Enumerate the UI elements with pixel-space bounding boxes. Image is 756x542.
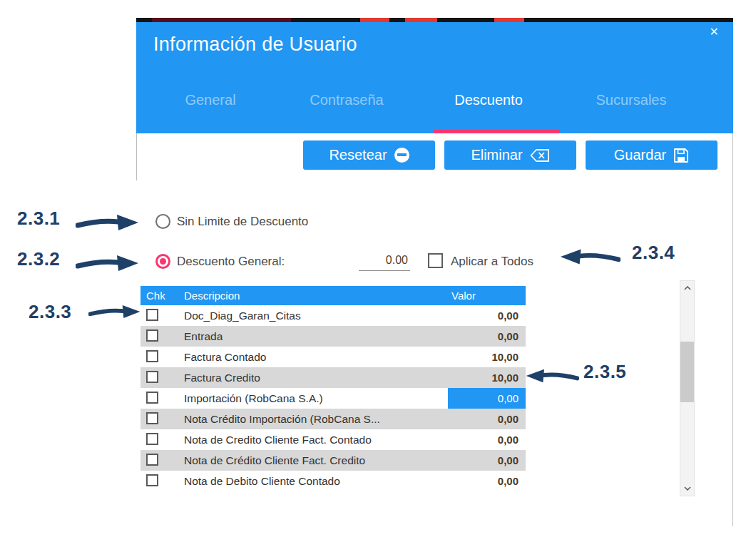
tab-descuento[interactable]: Descuento — [454, 92, 523, 108]
row-description: Factura Credito — [184, 372, 260, 384]
apply-all-checkbox[interactable] — [428, 253, 443, 268]
reset-button[interactable]: Resetear — [303, 140, 435, 170]
radio-sin-limite-label: Sin Limite de Descuento — [177, 215, 308, 229]
row-valor[interactable]: 0,00 — [448, 305, 526, 326]
row-checkbox[interactable] — [146, 329, 158, 342]
vertical-scrollbar[interactable] — [680, 280, 695, 496]
close-icon[interactable]: ✕ — [710, 25, 719, 39]
row-description: Importación (RobCana S.A.) — [184, 392, 323, 405]
radio-descuento-general[interactable] — [155, 254, 170, 269]
annotation-label-234: 2.3.4 — [632, 242, 675, 264]
scrollbar-thumb[interactable] — [680, 342, 694, 402]
discount-input[interactable]: 0.00 — [359, 251, 410, 271]
row-description: Nota de Crédito Cliente Fact. Credito — [184, 454, 365, 467]
radio-descuento-general-label: Descuento General: — [177, 255, 285, 269]
tab-sucursales[interactable]: Sucursales — [596, 92, 667, 108]
annotation-arrow-right-icon — [76, 252, 140, 274]
row-checkbox[interactable] — [146, 454, 158, 466]
row-checkbox[interactable] — [146, 350, 158, 362]
discount-table: Chk Descripcion Valor Doc_Diag_Garan_Cit… — [141, 286, 526, 491]
table-row[interactable]: Nota de Credito Cliente Fact. Contado0,0… — [141, 429, 526, 450]
row-checkbox[interactable] — [146, 309, 158, 321]
save-icon — [673, 148, 689, 163]
save-button[interactable]: Guardar — [586, 140, 717, 170]
annotation-arrow-right-icon — [76, 212, 140, 233]
row-checkbox[interactable] — [146, 392, 158, 404]
row-valor[interactable]: 10,00 — [448, 347, 526, 367]
row-description: Nota Crédito Importación (RobCana S... — [184, 413, 380, 426]
dialog-title: Información de Usuario — [153, 34, 357, 56]
backspace-icon — [530, 148, 550, 163]
save-button-label: Guardar — [614, 147, 666, 163]
delete-button-label: Eliminar — [471, 147, 522, 163]
table-body: Doc_Diag_Garan_Citas0,00Entrada0,00Factu… — [141, 305, 526, 491]
annotation-label-232: 2.3.2 — [17, 248, 60, 270]
row-checkbox[interactable] — [146, 371, 158, 383]
row-description: Doc_Diag_Garan_Citas — [184, 310, 301, 322]
annotation-arrow-right-icon — [88, 302, 141, 321]
table-row[interactable]: Entrada0,00 — [141, 326, 526, 347]
delete-button[interactable]: Eliminar — [444, 140, 576, 170]
row-valor[interactable]: 0,00 — [448, 429, 526, 450]
table-row[interactable]: Nota de Crédito Cliente Fact. Credito0,0… — [141, 450, 526, 471]
column-header-chk: Chk — [146, 290, 165, 302]
annotation-label-233: 2.3.3 — [29, 301, 71, 323]
annotation-label-235: 2.3.5 — [583, 361, 626, 383]
tab-general[interactable]: General — [185, 92, 235, 108]
row-description: Factura Contado — [184, 351, 266, 364]
row-valor[interactable]: 10,00 — [448, 367, 526, 388]
screen: Información de Usuario ✕ General Contras… — [0, 0, 756, 542]
table-row[interactable]: Doc_Diag_Garan_Citas0,00 — [141, 305, 526, 326]
row-valor-selected-cell[interactable]: 0,00 — [448, 388, 526, 409]
scroll-up-icon[interactable] — [680, 282, 694, 294]
table-header: Chk Descripcion Valor — [141, 286, 526, 305]
reset-button-label: Resetear — [329, 147, 387, 163]
active-tab-underline — [434, 130, 560, 133]
row-checkbox[interactable] — [146, 412, 158, 424]
table-row[interactable]: Nota de Debito Cliente Contado0,00 — [141, 471, 526, 491]
row-valor[interactable]: 0,00 — [448, 450, 526, 471]
row-description: Entrada — [184, 330, 223, 343]
table-row[interactable]: Factura Credito10,00 — [141, 367, 526, 388]
annotation-arrow-left-icon — [525, 366, 579, 386]
table-row[interactable]: Nota Crédito Importación (RobCana S...0,… — [141, 409, 526, 429]
column-header-descripcion: Descripcion — [184, 290, 240, 302]
row-valor[interactable]: 0,00 — [448, 326, 526, 347]
row-description: Nota de Debito Cliente Contado — [184, 475, 340, 488]
scroll-down-icon[interactable] — [680, 483, 694, 494]
dialog-left-border — [136, 133, 137, 180]
row-valor[interactable]: 0,00 — [448, 471, 526, 491]
row-description: Nota de Credito Cliente Fact. Contado — [184, 434, 372, 446]
dialog-right-border — [732, 133, 733, 526]
annotation-arrow-left-icon — [559, 246, 620, 267]
minus-circle-icon — [394, 148, 409, 163]
row-checkbox[interactable] — [146, 474, 158, 486]
tab-contrasena[interactable]: Contraseña — [310, 92, 383, 108]
radio-sin-limite[interactable] — [155, 214, 170, 229]
table-row[interactable]: Factura Contado10,00 — [141, 347, 526, 367]
row-valor[interactable]: 0,00 — [448, 409, 526, 429]
apply-all-label: Aplicar a Todos — [451, 255, 533, 269]
column-header-valor: Valor — [451, 290, 476, 302]
dialog-header: Información de Usuario ✕ General Contras… — [136, 22, 733, 133]
row-checkbox[interactable] — [146, 433, 158, 445]
table-row[interactable]: Importación (RobCana S.A.)0,00 — [141, 388, 526, 409]
annotation-label-231: 2.3.1 — [17, 208, 60, 230]
